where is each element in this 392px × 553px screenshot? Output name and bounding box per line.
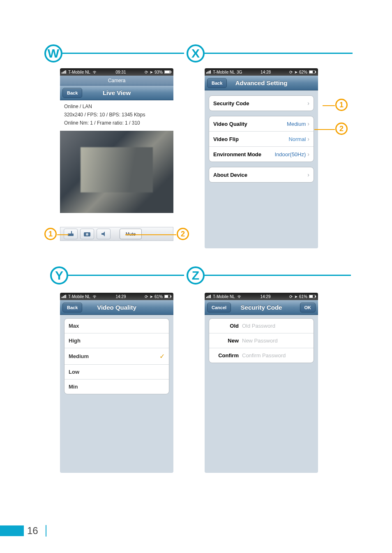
svg-marker-12	[101, 231, 105, 236]
signal-icon	[62, 70, 67, 74]
row-about-device[interactable]: About Device ›	[209, 167, 314, 182]
svg-rect-27	[171, 296, 171, 297]
svg-rect-19	[315, 71, 316, 73]
field-confirm-password[interactable]: Confirm Confirm Password	[209, 348, 314, 363]
clock-label: 14:28	[261, 70, 271, 74]
ok-label: OK	[304, 305, 311, 310]
signal-icon	[206, 295, 211, 298]
svg-rect-30	[209, 295, 210, 298]
battery-icon	[164, 70, 172, 74]
back-button[interactable]: Back	[207, 78, 227, 88]
section-letter: W	[44, 44, 62, 62]
callout-1: 1	[335, 99, 348, 111]
option-label: Low	[69, 369, 79, 375]
chevron-right-icon: ›	[307, 120, 309, 127]
speaker-icon[interactable]	[97, 229, 111, 239]
wifi-icon	[92, 295, 97, 298]
carrier-label: T-Mobile NL	[213, 70, 235, 74]
status-bar: T-Mobile NL 3G 14:28 ⟳ ➤ 62%	[205, 68, 318, 76]
battery-pct: 61%	[299, 294, 307, 299]
back-button[interactable]: Back	[62, 88, 82, 98]
cancel-button[interactable]: Cancel	[207, 303, 231, 312]
battery-icon	[309, 70, 316, 74]
status-bar: T-Mobile NL 14:29 ⟳ ➤ 61%	[60, 293, 173, 300]
divider	[205, 53, 353, 54]
field-label: Confirm	[213, 352, 239, 359]
live-view-toolbar: Mute	[60, 227, 173, 241]
carrier-label: T-Mobile NL	[68, 70, 90, 74]
svg-rect-21	[63, 296, 64, 298]
divider	[62, 53, 184, 54]
group-about: About Device ›	[209, 167, 314, 183]
quality-option[interactable]: High	[65, 333, 169, 348]
nav-title: Security Code	[241, 304, 282, 311]
callout-2: 2	[177, 228, 189, 240]
snapshot-icon[interactable]	[80, 229, 94, 239]
svg-rect-1	[63, 72, 64, 74]
wifi-icon	[92, 70, 97, 74]
location-icon: ➤	[294, 70, 297, 74]
lock-rotation-icon: ⟳	[145, 70, 148, 74]
clock-label: 09:31	[115, 70, 126, 74]
option-label: High	[69, 338, 81, 344]
nav-title: Video Quality	[97, 304, 136, 311]
row-environment-mode[interactable]: Environment Mode Indoor(50Hz)›	[209, 146, 314, 162]
field-old-password[interactable]: Old Old Password	[209, 319, 314, 333]
signal-icon	[62, 295, 67, 298]
chevron-right-icon: ›	[307, 100, 309, 106]
panel-live-view: T-Mobile NL 09:31 ⟳ ➤ 93% Camera Back Li…	[60, 68, 173, 248]
password-fields: Old Old Password New New Password Confir…	[209, 318, 314, 363]
clock-label: 14:29	[260, 294, 270, 299]
field-placeholder: New Password	[242, 338, 278, 344]
stream-meta: Online / LAN 320x240 / FPS: 10 / BPS: 13…	[60, 100, 173, 130]
nav-bar: Back Video Quality	[60, 300, 173, 315]
quality-option[interactable]: Max	[65, 319, 169, 333]
quality-option[interactable]: Medium✓	[65, 348, 169, 364]
row-video-flip[interactable]: Video Flip Normal›	[209, 131, 314, 146]
chevron-right-icon: ›	[307, 171, 309, 178]
mute-button[interactable]: Mute	[120, 229, 142, 239]
row-security-code[interactable]: Security Code ›	[209, 96, 314, 111]
battery-icon	[164, 294, 172, 299]
svg-rect-22	[64, 295, 65, 298]
nav-bar: Back Advanced Setting	[205, 76, 318, 90]
svg-rect-13	[206, 72, 207, 74]
nav-title: Advanced Setting	[235, 79, 288, 86]
quality-option[interactable]: Low	[65, 364, 169, 379]
row-label: Video Quality	[213, 121, 247, 127]
camera-subheader: Camera	[60, 76, 173, 86]
status-bar: T-Mobile NL 14:29 ⟳ ➤ 61%	[205, 293, 318, 300]
footer-accent	[0, 525, 24, 536]
page-number: 16	[27, 525, 46, 537]
nav-title: Live View	[103, 89, 131, 96]
row-value: Indoor(50Hz)›	[274, 151, 309, 157]
ok-button[interactable]: OK	[300, 303, 316, 312]
group-security: Security Code ›	[209, 95, 314, 111]
back-label: Back	[67, 90, 78, 95]
svg-rect-2	[64, 71, 65, 74]
section-letter: X	[187, 44, 205, 62]
back-label: Back	[212, 81, 222, 86]
back-button[interactable]: Back	[62, 303, 82, 312]
svg-rect-6	[165, 71, 170, 73]
chevron-right-icon: ›	[307, 136, 309, 142]
quality-option[interactable]: Min	[65, 379, 169, 394]
svg-point-32	[239, 297, 240, 298]
divider	[68, 275, 184, 276]
router-icon[interactable]	[64, 229, 78, 239]
status-bar: T-Mobile NL 09:31 ⟳ ➤ 93%	[60, 68, 173, 76]
field-new-password[interactable]: New New Password	[209, 333, 314, 348]
row-video-quality[interactable]: Video Quality Medium›	[209, 116, 314, 131]
battery-pct: 93%	[154, 70, 163, 74]
meta-line-3: Online Nm: 1 / Frame ratio: 1 / 310	[64, 120, 169, 126]
battery-pct: 61%	[154, 294, 163, 299]
video-preview[interactable]	[60, 131, 173, 213]
group-video: Video Quality Medium› Video Flip Normal›…	[209, 116, 314, 162]
svg-rect-14	[208, 72, 208, 74]
svg-rect-35	[315, 296, 316, 297]
svg-rect-26	[165, 295, 168, 298]
section-letter: Y	[50, 266, 68, 285]
location-icon: ➤	[294, 294, 297, 299]
svg-rect-20	[62, 297, 62, 298]
svg-rect-16	[210, 70, 211, 74]
